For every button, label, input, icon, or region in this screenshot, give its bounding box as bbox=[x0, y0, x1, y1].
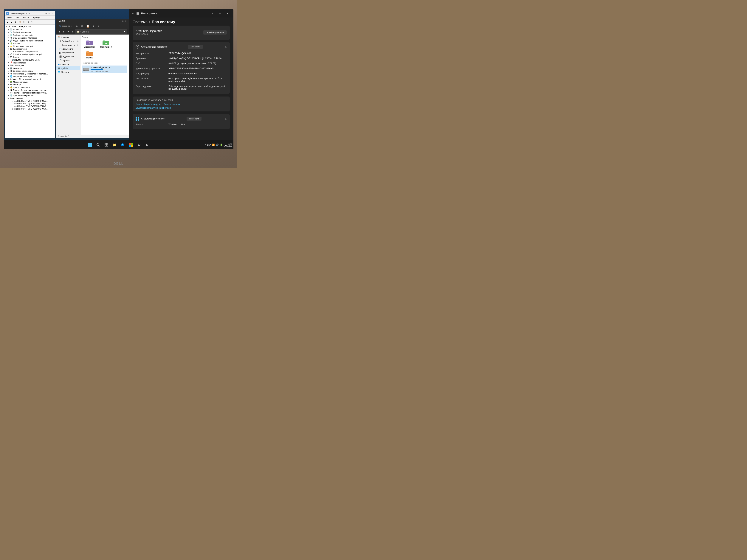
tree-nvme[interactable]: 💽 NVMe PC300 NVMe SK hy bbox=[5, 58, 54, 61]
computer-expand-icon[interactable]: ▶ bbox=[7, 67, 10, 70]
fe-cut-btn[interactable]: ✂ bbox=[75, 24, 79, 28]
usb-expand-icon[interactable]: ▶ bbox=[7, 37, 10, 39]
file-explorer-taskbar-button[interactable]: 📁 bbox=[111, 141, 118, 149]
tree-cpu-1[interactable]: □ Intel(R) Core(TM) i5-7200U CPU @... bbox=[5, 102, 54, 105]
fe-minimize-button[interactable]: ─ bbox=[119, 20, 121, 22]
tree-cpu-3[interactable]: □ Intel(R) Core(TM) i5-7200U CPU @... bbox=[5, 108, 54, 110]
tree-keyboards[interactable]: ▶ ⌨ Клавіатури bbox=[5, 64, 54, 67]
audio-expand-icon[interactable]: ▶ bbox=[7, 39, 10, 42]
tree-processors[interactable]: ▼ ⚙ Процесори bbox=[5, 97, 54, 100]
specs-collapse-icon[interactable]: ∧ bbox=[225, 45, 227, 48]
maximize-button[interactable]: □ bbox=[48, 12, 50, 15]
breadcrumb-parent[interactable]: Система bbox=[133, 20, 148, 24]
fe-share-btn[interactable]: ↗ bbox=[96, 24, 101, 28]
settings-back-icon[interactable]: ← bbox=[131, 12, 134, 15]
fe-copy-btn[interactable]: ⧉ bbox=[80, 24, 84, 28]
disk-expand-icon[interactable]: ▼ bbox=[7, 56, 10, 58]
other-expand-icon[interactable]: ▶ bbox=[7, 61, 10, 64]
fe-sidebar-desktop[interactable]: 🖥 Робочий стіл ▶ bbox=[56, 39, 80, 43]
tree-mouse[interactable]: ▶ 🖱 Миша й інші вказівні пристрої bbox=[5, 78, 54, 80]
settings-minimize-btn[interactable]: ─ bbox=[209, 11, 216, 16]
tree-other-devices[interactable]: ▶ ❓ Інші пристрої bbox=[5, 61, 54, 64]
close-button[interactable]: ✕ bbox=[51, 12, 53, 15]
toolbar-btn-5[interactable]: ↻ bbox=[30, 20, 34, 24]
fe-sidebar-pictures[interactable]: 🖼 Зображення bbox=[56, 51, 80, 54]
minimize-button[interactable]: ─ bbox=[45, 12, 47, 15]
usb-ctrl-expand-icon[interactable]: ▶ bbox=[7, 73, 10, 75]
menu-file[interactable]: Файл bbox=[6, 16, 13, 19]
tree-network-adapters[interactable]: ▶ 🌐 Мережеві адаптери bbox=[5, 75, 54, 78]
firmware-expand-icon[interactable]: ▶ bbox=[7, 81, 10, 83]
terminal-button[interactable]: ▶ bbox=[144, 141, 151, 149]
windows-collapse-icon[interactable]: ∧ bbox=[225, 117, 227, 120]
forward-button[interactable]: ▶ bbox=[10, 20, 14, 24]
tree-disk[interactable]: ▼ 💾 Диски bbox=[5, 56, 54, 58]
fe-sidebar-onedrive[interactable]: ☁ OneDrive bbox=[56, 62, 80, 66]
fe-back-btn[interactable]: ◀ bbox=[58, 30, 61, 33]
sw-device-expand-icon[interactable]: ▶ bbox=[7, 95, 10, 97]
fe-sidebar-documents[interactable]: 📄 Документи bbox=[56, 47, 80, 51]
toolbar-btn-3[interactable]: ⚙ bbox=[22, 20, 26, 24]
dell-expand-icon[interactable]: ▶ bbox=[7, 31, 10, 33]
menu-action[interactable]: Дія bbox=[15, 16, 20, 19]
system-protection-link[interactable]: Захист системи bbox=[164, 103, 180, 105]
tree-battery[interactable]: ▶ 🔋 Батареї bbox=[5, 42, 54, 45]
root-expand-icon[interactable]: ▼ bbox=[6, 25, 8, 28]
fe-ai-btn[interactable]: ✦ bbox=[91, 24, 96, 28]
start-button[interactable] bbox=[86, 141, 94, 149]
fe-folder-music[interactable]: ♪ Музика bbox=[82, 50, 97, 59]
software-expand-icon[interactable]: ▶ bbox=[7, 34, 10, 36]
fe-path-expand-icon[interactable]: ▼ bbox=[124, 31, 126, 33]
task-view-button[interactable] bbox=[103, 141, 110, 149]
settings-maximize-btn[interactable]: □ bbox=[216, 11, 224, 16]
tech-expand-icon[interactable]: ▶ bbox=[7, 89, 10, 91]
tree-software-device[interactable]: ▶ 💿 Програмний пристрій bbox=[5, 94, 54, 97]
fe-sidebar-network[interactable]: 🌐 Мережа bbox=[56, 70, 80, 74]
monitors-expand-icon[interactable]: ▶ bbox=[7, 83, 10, 86]
tree-intel-graphics[interactable]: 🖥 Intel(R) HD Graphics 620 bbox=[5, 50, 54, 53]
fe-sidebar-home[interactable]: 🏠 Головна bbox=[56, 35, 80, 39]
fe-sidebar-this-pc[interactable]: 💻 Цей ПК bbox=[56, 66, 80, 70]
fe-up-btn[interactable]: ▼ bbox=[66, 30, 70, 33]
tree-biometric[interactable]: ▶ 👆 Біометричні пристрої bbox=[5, 45, 54, 48]
video-expand-icon[interactable]: ▼ bbox=[7, 48, 10, 50]
tree-security[interactable]: ▶ 🔒 Пристрої безпеки bbox=[5, 86, 54, 89]
fe-path-bar[interactable]: 🏠 › Цей ПК ▼ bbox=[75, 29, 127, 34]
fe-close-button[interactable]: ✕ bbox=[125, 20, 127, 22]
tree-cpu-0[interactable]: □ Intel(R) Core(TM) i5-7200U CPU @... bbox=[5, 100, 54, 102]
toolbar-btn-1[interactable]: 🖥 bbox=[14, 20, 18, 24]
tree-usb-controllers[interactable]: ▶ 🔌 Контролери універсальної послідо... bbox=[5, 72, 54, 75]
advanced-settings-link[interactable]: Додаткові налаштування системи bbox=[135, 107, 171, 109]
storage-expand-icon[interactable]: ▶ bbox=[7, 70, 10, 72]
fe-sidebar-music[interactable]: 🎵 Музика bbox=[56, 58, 80, 62]
security-expand-icon[interactable]: ▶ bbox=[7, 86, 10, 88]
keyboard-expand-icon[interactable]: ▶ bbox=[7, 64, 10, 66]
fe-folder-videos[interactable]: Відеозаписи bbox=[82, 39, 97, 49]
settings-close-btn[interactable]: ✕ bbox=[224, 11, 231, 16]
tree-audio[interactable]: ▶ 🔊 Аудіо-, відео- та ігрові пристрої bbox=[5, 39, 54, 42]
tree-cpu-2[interactable]: □ Intel(R) Core(TM) i5-7200U CPU @... bbox=[5, 105, 54, 108]
domain-link[interactable]: Домен або робоча група bbox=[135, 103, 161, 105]
network-expand-icon[interactable]: ▶ bbox=[7, 75, 10, 78]
tree-audio-io[interactable]: ▶ 🎤 Вхідні та вихідні аудіопристрої bbox=[5, 53, 54, 56]
copy-specs-button[interactable]: Копіювати bbox=[188, 45, 203, 49]
fe-sidebar-downloads[interactable]: ⬇ Завантаження ▶ bbox=[56, 43, 80, 47]
store-button[interactable] bbox=[127, 141, 135, 149]
tree-root[interactable]: ▼ 🖥 DESKTOP-HQOA3NR bbox=[5, 25, 54, 28]
battery-expand-icon[interactable]: ▶ bbox=[7, 43, 10, 45]
settings-taskbar-button[interactable]: ⚙ bbox=[135, 141, 143, 149]
fe-drive-c[interactable]: Локальний диск (C:) 203 ГБ вільно з 237 … bbox=[82, 65, 127, 73]
proc-expand-icon[interactable]: ▼ bbox=[7, 97, 10, 100]
system-clock[interactable]: 12:5 19.01.202 bbox=[224, 143, 232, 147]
tree-hid-devices[interactable]: ▶ 🖱 Пристрої з інтерфейсом користува... bbox=[5, 91, 54, 94]
copy-windows-specs-button[interactable]: Копіювати bbox=[186, 117, 202, 121]
bluetooth-expand-icon[interactable]: ▶ bbox=[7, 28, 10, 31]
tray-expand-icon[interactable]: ^ bbox=[205, 144, 206, 146]
toolbar-btn-4[interactable]: 🖥 bbox=[26, 20, 30, 24]
back-button[interactable]: ◀ bbox=[6, 20, 9, 24]
search-button[interactable] bbox=[94, 141, 102, 149]
fe-folder-downloads[interactable]: Завантаження bbox=[98, 39, 113, 49]
rename-pc-button[interactable]: Перейменувати ПК bbox=[203, 30, 227, 34]
tree-video-adapters[interactable]: ▼ 🖥 Відеоадаптери bbox=[5, 48, 54, 50]
tree-bluetooth[interactable]: ▶ 📡 Bluetooth bbox=[5, 28, 54, 31]
